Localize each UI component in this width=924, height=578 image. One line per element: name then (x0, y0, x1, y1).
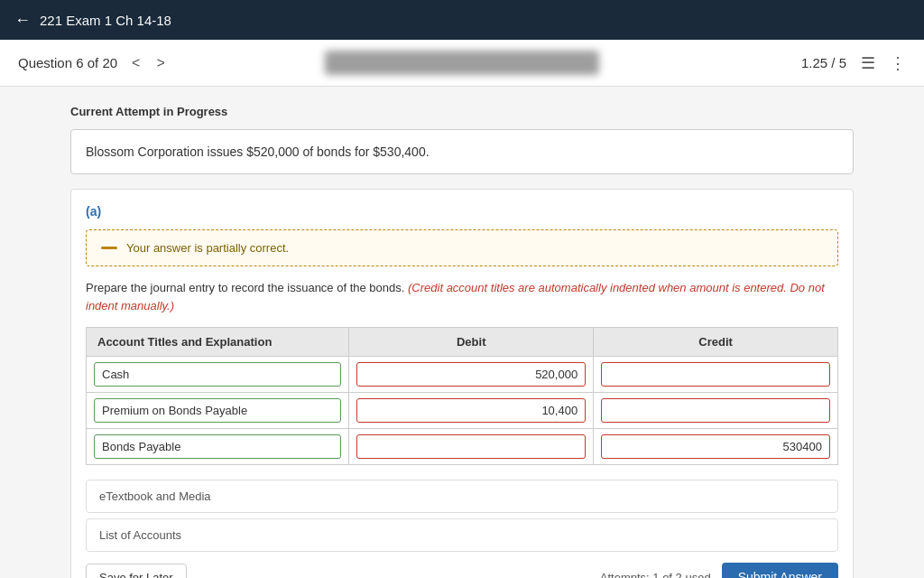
credit-cell (594, 357, 838, 393)
partial-correct-banner: Your answer is partially correct. (86, 229, 838, 266)
attempts-text: Attempts: 1 of 2 used (600, 571, 711, 579)
debit-input[interactable] (356, 434, 586, 459)
col-header-debit: Debit (349, 328, 594, 357)
exam-title: 221 Exam 1 Ch 14-18 (40, 13, 171, 28)
question-nav-right: 1.25 / 5 ☰ ⋮ (801, 53, 906, 73)
top-nav: ← 221 Exam 1 Ch 14-18 (0, 0, 924, 40)
next-question-button[interactable]: > (151, 53, 170, 73)
question-box: Blossom Corporation issues $520,000 of b… (70, 129, 854, 174)
more-options-button[interactable]: ⋮ (890, 53, 906, 73)
blurred-content: ████████████████████ (325, 51, 599, 75)
col-header-account: Account Titles and Explanation (87, 328, 349, 357)
list-of-accounts-link[interactable]: List of Accounts (86, 518, 838, 552)
account-cell (87, 429, 349, 465)
credit-cell (594, 393, 838, 429)
question-text: Blossom Corporation issues $520,000 of b… (86, 144, 430, 159)
credit-input[interactable] (601, 362, 830, 387)
journal-table: Account Titles and Explanation Debit Cre… (86, 327, 838, 465)
footer-actions: Save for Later Attempts: 1 of 2 used Sub… (86, 563, 838, 578)
credit-input[interactable] (601, 398, 830, 423)
debit-input[interactable] (356, 362, 586, 387)
score-display: 1.25 / 5 (801, 55, 846, 70)
save-for-later-button[interactable]: Save for Later (86, 564, 187, 579)
account-input[interactable] (94, 434, 341, 459)
credit-input[interactable] (601, 434, 830, 459)
table-row (87, 357, 838, 393)
debit-cell (349, 357, 594, 393)
question-nav-center: ████████████████████ (325, 51, 599, 75)
partial-correct-message: Your answer is partially correct. (126, 241, 289, 255)
bottom-links: eTextbook and Media List of Accounts (86, 480, 838, 552)
prev-question-button[interactable]: < (126, 53, 145, 73)
debit-cell (349, 429, 594, 465)
back-arrow-icon[interactable]: ← (14, 11, 31, 30)
instruction-text: Prepare the journal entry to record the … (86, 279, 838, 314)
question-nav: Question 6 of 20 < > ███████████████████… (0, 40, 924, 87)
account-cell (87, 357, 349, 393)
account-input[interactable] (94, 362, 341, 387)
attempt-banner: Current Attempt in Progress (70, 105, 854, 118)
main-content: Current Attempt in Progress Blossom Corp… (56, 87, 868, 578)
table-row (87, 393, 838, 429)
col-header-credit: Credit (594, 328, 838, 357)
partial-correct-icon (101, 247, 117, 249)
etextbook-link[interactable]: eTextbook and Media (86, 480, 838, 513)
debit-cell (349, 393, 594, 429)
question-nav-left: Question 6 of 20 < > (18, 53, 171, 73)
footer-right: Attempts: 1 of 2 used Submit Answer (600, 563, 838, 578)
table-row (87, 429, 838, 465)
part-section: (a) Your answer is partially correct. Pr… (70, 189, 854, 578)
debit-input[interactable] (356, 398, 586, 423)
part-label: (a) (86, 204, 838, 219)
question-label: Question 6 of 20 (18, 55, 117, 70)
account-input[interactable] (94, 398, 341, 423)
credit-cell (594, 429, 838, 465)
submit-answer-button[interactable]: Submit Answer (722, 563, 838, 578)
nav-arrows: < > (126, 53, 171, 73)
account-cell (87, 393, 349, 429)
instruction-main: Prepare the journal entry to record the … (86, 281, 404, 294)
list-icon-button[interactable]: ☰ (861, 53, 875, 73)
